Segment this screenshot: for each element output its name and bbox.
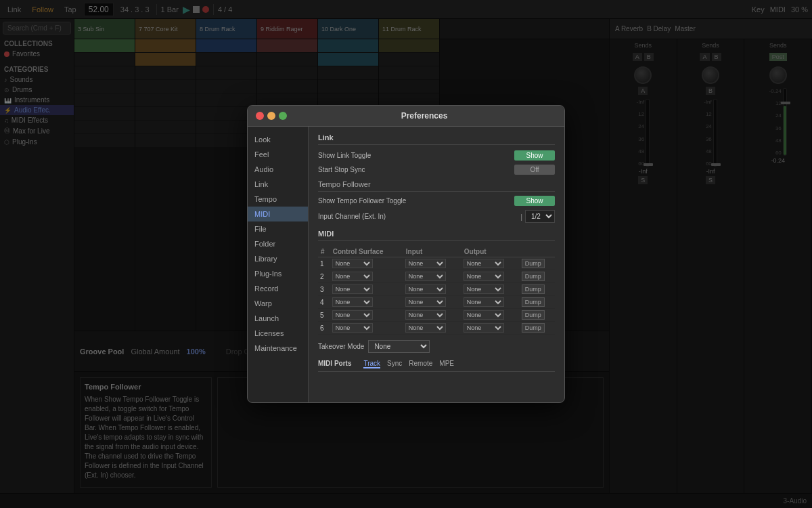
midi-row-1-output: None bbox=[461, 257, 520, 270]
midi-out-5[interactable]: None bbox=[464, 310, 504, 320]
midi-out-6[interactable]: None bbox=[464, 323, 504, 333]
input-channel-label: Input Channel (Ext. In) bbox=[318, 213, 516, 220]
modal-body: Look Feel Audio Link Tempo MIDI File Fol… bbox=[248, 127, 564, 402]
midi-row-6: 6 None None None Dump bbox=[318, 322, 555, 335]
midi-row-4-input: None bbox=[403, 296, 461, 309]
midi-row-3: 3 None None None Dump bbox=[318, 283, 555, 296]
midi-row-5-cs: None bbox=[330, 309, 403, 322]
start-stop-sync-label: Start Stop Sync bbox=[318, 166, 510, 173]
pref-library[interactable]: Library bbox=[248, 251, 308, 266]
midi-port-tab-mpe[interactable]: MPE bbox=[439, 360, 454, 368]
pref-record[interactable]: Record bbox=[248, 281, 308, 296]
midi-row-6-input: None bbox=[403, 322, 461, 335]
midi-row-4-cs: None bbox=[330, 296, 403, 309]
midi-row-3-cs: None bbox=[330, 283, 403, 296]
pref-midi[interactable]: MIDI bbox=[248, 207, 308, 221]
midi-ports-section: MIDI Ports Track Sync Remote MPE bbox=[318, 360, 555, 372]
midi-row-1-dump: Dump bbox=[520, 257, 555, 270]
link-section-title: Link bbox=[318, 133, 555, 145]
pref-warp[interactable]: Warp bbox=[248, 296, 308, 311]
pref-maintenance[interactable]: Maintenance bbox=[248, 341, 308, 356]
pref-file[interactable]: File bbox=[248, 221, 308, 236]
midi-row-1-cs: None bbox=[330, 257, 403, 270]
midi-row-1: 1 None None None Dump bbox=[318, 257, 555, 270]
col-action bbox=[520, 247, 555, 257]
midi-row-5-output: None bbox=[461, 309, 520, 322]
dump-btn-4[interactable]: Dump bbox=[522, 297, 545, 307]
col-output: Output bbox=[461, 247, 520, 257]
pref-link[interactable]: Link bbox=[248, 177, 308, 192]
midi-cs-2[interactable]: None bbox=[332, 272, 373, 281]
pref-feel[interactable]: Feel bbox=[248, 147, 308, 162]
dump-btn-1[interactable]: Dump bbox=[522, 259, 545, 268]
pref-plugins[interactable]: Plug-Ins bbox=[248, 266, 308, 281]
tempo-follower-toggle-btn[interactable]: Show bbox=[514, 196, 555, 206]
show-link-toggle-btn[interactable]: Show bbox=[514, 150, 555, 161]
midi-row-6-output: None bbox=[461, 322, 520, 335]
pref-launch[interactable]: Launch bbox=[248, 311, 308, 326]
midi-row-4: 4 None None None Dump bbox=[318, 296, 555, 309]
midi-cs-4[interactable]: None bbox=[332, 297, 373, 307]
midi-row-4-num: 4 bbox=[318, 296, 330, 309]
takeover-dropdown[interactable]: None Pickup Value Scaling bbox=[368, 340, 430, 353]
midi-out-4[interactable]: None bbox=[464, 297, 504, 307]
midi-row-5: 5 None None None Dump bbox=[318, 309, 555, 322]
pref-audio[interactable]: Audio bbox=[248, 162, 308, 177]
midi-in-5[interactable]: None bbox=[405, 310, 446, 320]
dump-btn-3[interactable]: Dump bbox=[522, 284, 545, 294]
midi-row-4-dump: Dump bbox=[520, 296, 555, 309]
input-channel-row: Input Channel (Ext. In) | 1/2 3/4 5/6 bbox=[318, 210, 555, 223]
pref-folder[interactable]: Folder bbox=[248, 236, 308, 251]
midi-row-6-dump: Dump bbox=[520, 322, 555, 335]
midi-row-4-output: None bbox=[461, 296, 520, 309]
midi-cs-1[interactable]: None bbox=[332, 259, 373, 268]
midi-row-6-num: 6 bbox=[318, 322, 330, 335]
takeover-label: Takeover Mode bbox=[318, 343, 364, 350]
modal-title: Preferences bbox=[292, 111, 556, 121]
midi-in-4[interactable]: None bbox=[405, 297, 446, 307]
pref-look[interactable]: Look bbox=[248, 132, 308, 147]
midi-row-1-input: None bbox=[403, 257, 461, 270]
midi-row-1-num: 1 bbox=[318, 257, 330, 270]
midi-table: # Control Surface Input Output 1 None No… bbox=[318, 247, 555, 335]
midi-row-2-num: 2 bbox=[318, 270, 330, 283]
modal-minimize-dot[interactable] bbox=[267, 112, 275, 120]
dump-btn-2[interactable]: Dump bbox=[522, 272, 545, 281]
midi-out-2[interactable]: None bbox=[464, 272, 504, 281]
modal-expand-dot[interactable] bbox=[279, 112, 287, 120]
midi-cs-5[interactable]: None bbox=[332, 310, 373, 320]
start-stop-sync-btn[interactable]: Off bbox=[514, 165, 555, 175]
midi-row-6-cs: None bbox=[330, 322, 403, 335]
dump-btn-6[interactable]: Dump bbox=[522, 323, 545, 333]
midi-port-tab-track[interactable]: Track bbox=[363, 360, 380, 368]
channel-pipe: | bbox=[520, 213, 522, 221]
modal-titlebar: Preferences bbox=[248, 106, 564, 127]
takeover-row: Takeover Mode None Pickup Value Scaling bbox=[318, 340, 555, 353]
midi-out-3[interactable]: None bbox=[464, 284, 504, 294]
modal-overlay: Preferences Look Feel Audio Link Tempo M… bbox=[0, 0, 812, 508]
midi-in-2[interactable]: None bbox=[405, 272, 446, 281]
input-channel-dropdown[interactable]: 1/2 3/4 5/6 bbox=[525, 210, 555, 223]
midi-cs-3[interactable]: None bbox=[332, 284, 373, 294]
midi-port-tab-sync[interactable]: Sync bbox=[387, 360, 402, 368]
midi-port-tab-remote[interactable]: Remote bbox=[409, 360, 432, 368]
tempo-section-header: Tempo Follower bbox=[318, 180, 555, 192]
pref-licenses[interactable]: Licenses bbox=[248, 326, 308, 341]
midi-in-3[interactable]: None bbox=[405, 284, 446, 294]
midi-row-2-output: None bbox=[461, 270, 520, 283]
midi-section-title: MIDI bbox=[318, 230, 555, 241]
midi-row-2-dump: Dump bbox=[520, 270, 555, 283]
midi-row-3-num: 3 bbox=[318, 283, 330, 296]
midi-in-1[interactable]: None bbox=[405, 259, 446, 268]
dump-btn-5[interactable]: Dump bbox=[522, 310, 545, 320]
input-channel-wrapper: | 1/2 3/4 5/6 bbox=[520, 210, 555, 223]
midi-out-1[interactable]: None bbox=[464, 259, 504, 268]
pref-tempo[interactable]: Tempo bbox=[248, 192, 308, 207]
modal-content: Link Show Link Toggle Show Start Stop Sy… bbox=[309, 127, 564, 402]
midi-in-6[interactable]: None bbox=[405, 323, 446, 333]
modal-close-dot[interactable] bbox=[256, 112, 264, 120]
col-input: Input bbox=[403, 247, 461, 257]
midi-row-2-cs: None bbox=[330, 270, 403, 283]
midi-cs-6[interactable]: None bbox=[332, 323, 373, 333]
modal-sidebar: Look Feel Audio Link Tempo MIDI File Fol… bbox=[248, 127, 309, 402]
